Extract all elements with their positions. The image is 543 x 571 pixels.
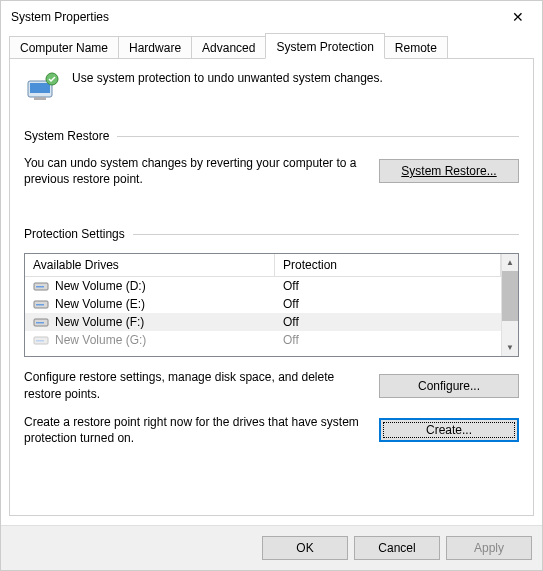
drive-name: New Volume (D:) [55,279,146,293]
column-header-drives[interactable]: Available Drives [25,254,275,276]
system-properties-window: System Properties ✕ Computer Name Hardwa… [0,0,543,571]
configure-description: Configure restore settings, manage disk … [24,369,363,401]
drive-icon [33,298,49,310]
close-button[interactable]: ✕ [498,3,538,31]
create-description: Create a restore point right now for the… [24,414,363,446]
svg-rect-2 [34,97,46,100]
tab-hardware[interactable]: Hardware [118,36,192,59]
drive-name: New Volume (E:) [55,297,145,311]
scroll-down-arrow[interactable]: ▼ [502,339,518,356]
drive-row[interactable]: New Volume (G:) Off [25,331,501,349]
scroll-thumb[interactable] [502,271,518,321]
svg-rect-9 [36,322,44,324]
drives-scrollbar[interactable]: ▲ ▼ [501,254,518,356]
drive-row[interactable]: New Volume (D:) Off [25,277,501,295]
divider [117,136,519,137]
intro-text: Use system protection to undo unwanted s… [72,71,383,85]
apply-button[interactable]: Apply [446,536,532,560]
divider [133,234,519,235]
group-system-restore-label: System Restore [24,129,109,143]
column-header-protection[interactable]: Protection [275,254,501,276]
drives-header: Available Drives Protection [25,254,501,277]
drive-row[interactable]: New Volume (F:) Off [25,313,501,331]
group-system-restore: System Restore [24,129,519,143]
drive-protection: Off [275,277,501,295]
create-row: Create a restore point right now for the… [24,414,519,446]
window-title: System Properties [11,10,109,24]
ok-button[interactable]: OK [262,536,348,560]
system-restore-button[interactable]: System Restore... [379,159,519,183]
create-button[interactable]: Create... [379,418,519,442]
tab-advanced[interactable]: Advanced [191,36,266,59]
configure-button[interactable]: Configure... [379,374,519,398]
scroll-track[interactable] [502,321,518,339]
drives-content: Available Drives Protection New Volume (… [25,254,501,356]
group-protection-settings-label: Protection Settings [24,227,125,241]
system-restore-row: You can undo system changes by reverting… [24,155,519,187]
dialog-footer: OK Cancel Apply [1,525,542,570]
tab-system-protection[interactable]: System Protection [265,33,384,59]
svg-rect-7 [36,304,44,306]
drive-row[interactable]: New Volume (E:) Off [25,295,501,313]
drive-protection: Off [275,295,501,313]
scroll-up-arrow[interactable]: ▲ [502,254,518,271]
drive-icon [33,280,49,292]
drive-name: New Volume (G:) [55,333,146,347]
drive-icon [33,334,49,346]
drive-protection: Off [275,331,501,349]
tab-panel-system-protection: Use system protection to undo unwanted s… [9,58,534,516]
svg-rect-5 [36,286,44,288]
close-icon: ✕ [512,9,524,25]
cancel-button[interactable]: Cancel [354,536,440,560]
system-restore-description: You can undo system changes by reverting… [24,155,363,187]
svg-rect-1 [30,83,50,93]
titlebar: System Properties ✕ [1,1,542,33]
tab-remote[interactable]: Remote [384,36,448,59]
svg-rect-11 [36,340,44,342]
drives-listview[interactable]: Available Drives Protection New Volume (… [24,253,519,357]
configure-row: Configure restore settings, manage disk … [24,369,519,401]
drive-name: New Volume (F:) [55,315,144,329]
group-protection-settings: Protection Settings [24,227,519,241]
drive-icon [33,316,49,328]
tab-computer-name[interactable]: Computer Name [9,36,119,59]
drive-protection: Off [275,313,501,331]
system-protection-icon [24,71,60,107]
intro-row: Use system protection to undo unwanted s… [24,71,519,107]
tab-strip: Computer Name Hardware Advanced System P… [1,33,542,59]
